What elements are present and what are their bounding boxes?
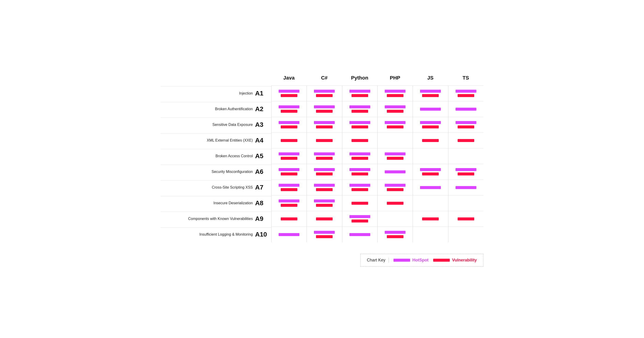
row-name-a10: Insufficient Logging & Monitoring bbox=[199, 232, 253, 237]
bar-vuln-a4-java bbox=[281, 139, 297, 142]
cell-a1-php bbox=[377, 85, 413, 101]
bar-hotspot-a6-python bbox=[350, 168, 370, 171]
chart-container: Java C# Python PHP JS TS Injection A1 bbox=[160, 72, 484, 267]
bar-vuln-a3-java bbox=[281, 125, 297, 128]
bar-hotspot-a1-php bbox=[385, 90, 406, 93]
cell-a3-python bbox=[342, 117, 377, 133]
cell-a6-java bbox=[271, 164, 306, 180]
key-bar-vulnerability-icon bbox=[433, 259, 450, 262]
bar-vuln-a5-csharp bbox=[316, 157, 332, 160]
cell-a6-php bbox=[377, 164, 413, 180]
row-label-a3: Sensitive Data Exposure A3 bbox=[160, 118, 271, 132]
bar-hotspot-a2-csharp bbox=[314, 105, 335, 108]
bar-hotspot-a1-java bbox=[279, 90, 300, 93]
cell-a1-csharp bbox=[306, 85, 342, 101]
bar-hotspot-a7-ts bbox=[456, 186, 476, 189]
row-label-a4: XML External Entities (XXE) A4 bbox=[160, 133, 271, 147]
cell-a10-python bbox=[342, 227, 377, 242]
cell-a7-java bbox=[271, 180, 306, 195]
cell-a10-php bbox=[377, 227, 413, 242]
cell-a2-js bbox=[413, 101, 448, 117]
bar-hotspot-a3-js bbox=[420, 121, 441, 124]
cell-a3-ts bbox=[448, 117, 484, 133]
cell-a8-php bbox=[377, 195, 413, 211]
cell-a8-csharp bbox=[306, 195, 342, 211]
bar-vuln-a7-python bbox=[352, 188, 368, 191]
bar-vuln-a9-python bbox=[352, 220, 368, 223]
bar-hotspot-a7-python bbox=[350, 184, 370, 187]
bar-hotspot-a3-php bbox=[385, 121, 406, 124]
cell-a1-js bbox=[413, 85, 448, 101]
bar-vuln-a6-python bbox=[352, 172, 368, 175]
row-name-a3: Sensitive Data Exposure bbox=[212, 123, 253, 127]
row-name-a4: XML External Entities (XXE) bbox=[207, 138, 253, 142]
cell-a4-java bbox=[271, 133, 306, 148]
bar-vuln-a4-js bbox=[422, 139, 439, 142]
cell-a5-java bbox=[271, 148, 306, 164]
bar-hotspot-a2-java bbox=[279, 105, 300, 108]
bar-vuln-a3-js bbox=[422, 125, 439, 128]
bar-hotspot-a5-php bbox=[385, 152, 406, 155]
key-item-vulnerability: Vulnerability bbox=[433, 258, 477, 263]
row-label-a5: Broken Access Control A5 bbox=[160, 149, 271, 163]
bar-vuln-a6-ts bbox=[458, 172, 474, 175]
bar-hotspot-a6-java bbox=[279, 168, 300, 171]
row-label-a2: Broken Authentification A2 bbox=[160, 102, 271, 116]
bar-vuln-a4-csharp bbox=[316, 139, 332, 142]
bar-vuln-a2-php bbox=[387, 110, 404, 113]
bar-hotspot-a7-csharp bbox=[314, 184, 335, 187]
bar-vuln-a8-java bbox=[281, 204, 297, 207]
bar-vuln-a2-csharp bbox=[316, 110, 332, 113]
bar-hotspot-a1-js bbox=[420, 90, 441, 93]
row-name-a8: Insecure Deserialization bbox=[213, 201, 253, 205]
bar-vuln-a3-csharp bbox=[316, 125, 332, 128]
chart-key: Chart Key HotSpot Vulnerability bbox=[360, 254, 484, 267]
bar-hotspot-a10-python bbox=[350, 233, 370, 236]
cell-a7-ts bbox=[448, 180, 484, 195]
bar-vuln-a6-js bbox=[422, 172, 439, 175]
cell-a2-ts bbox=[448, 101, 484, 117]
bar-vuln-a5-java bbox=[281, 157, 297, 160]
bar-vuln-a4-python bbox=[352, 139, 368, 142]
header-java: Java bbox=[271, 72, 306, 85]
cell-a9-js bbox=[413, 211, 448, 227]
cell-a6-js bbox=[413, 164, 448, 180]
key-label-hotspot: HotSpot bbox=[412, 258, 428, 263]
bar-vuln-a10-php bbox=[387, 235, 404, 238]
bar-vuln-a3-python bbox=[352, 125, 368, 128]
cell-a7-csharp bbox=[306, 180, 342, 195]
cell-a9-java bbox=[271, 211, 306, 227]
cell-a9-csharp bbox=[306, 211, 342, 227]
row-name-a9: Components with Known Vulnerabilities bbox=[188, 217, 253, 221]
bar-vuln-a1-java bbox=[281, 94, 297, 97]
cell-a1-java bbox=[271, 85, 306, 101]
bar-vuln-a9-js bbox=[422, 217, 439, 220]
row-code-a3: A3 bbox=[255, 121, 271, 128]
bar-hotspot-a6-ts bbox=[456, 168, 476, 171]
bar-hotspot-a9-python bbox=[350, 215, 370, 218]
cell-a3-js bbox=[413, 117, 448, 133]
bar-hotspot-a3-csharp bbox=[314, 121, 335, 124]
bar-hotspot-a3-python bbox=[350, 121, 370, 124]
header-python: Python bbox=[342, 72, 377, 85]
cell-a2-php bbox=[377, 101, 413, 117]
chart-key-title: Chart Key bbox=[367, 258, 389, 263]
cell-a8-ts bbox=[448, 195, 484, 211]
header-ts: TS bbox=[448, 72, 484, 85]
row-label-a6: Security Misconfiguration A6 bbox=[160, 165, 271, 179]
cell-a5-csharp bbox=[306, 148, 342, 164]
bar-hotspot-a1-csharp bbox=[314, 90, 335, 93]
bar-hotspot-a6-php bbox=[385, 170, 406, 173]
cell-a5-python bbox=[342, 148, 377, 164]
row-code-a8: A8 bbox=[255, 199, 271, 207]
cell-a6-ts bbox=[448, 164, 484, 180]
row-label-a10: Insufficient Logging & Monitoring A10 bbox=[160, 227, 271, 241]
bar-hotspot-a6-csharp bbox=[314, 168, 335, 171]
bar-vuln-a9-ts bbox=[458, 217, 474, 220]
bar-hotspot-a5-java bbox=[279, 152, 300, 155]
cell-a3-java bbox=[271, 117, 306, 133]
bar-hotspot-a7-php bbox=[385, 184, 406, 187]
cell-a4-ts bbox=[448, 133, 484, 148]
cell-a5-php bbox=[377, 148, 413, 164]
bar-vuln-a7-php bbox=[387, 188, 404, 191]
